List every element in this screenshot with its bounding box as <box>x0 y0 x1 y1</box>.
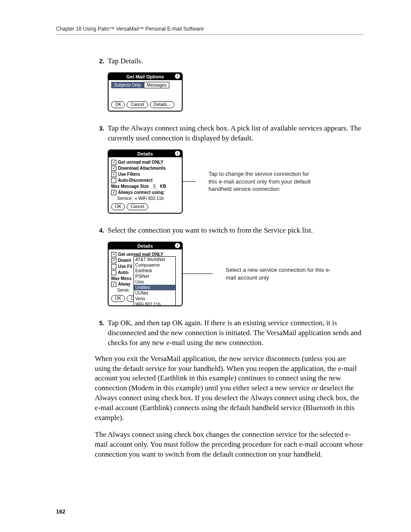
figure-details: Details i ✓Get unread mail ONLY ✓Downloa… <box>108 149 364 214</box>
checkbox-auto-disconnect[interactable] <box>111 270 116 275</box>
cancel-button[interactable]: Cancel <box>127 101 148 108</box>
ok-button[interactable]: OK <box>111 101 125 108</box>
cancel-button[interactable]: Cancel <box>127 203 148 210</box>
ok-button[interactable]: OK <box>111 203 125 210</box>
picklist-item[interactable]: PSINet <box>134 274 175 279</box>
ok-button[interactable]: OK <box>111 295 125 302</box>
checkbox-always-connect[interactable]: ✓ <box>111 282 116 287</box>
figure-details-picklist: Details i ✓Get unread mail ONLY ✓Downl U… <box>108 242 364 306</box>
page-number: 162 <box>56 508 65 515</box>
dialog-title-text: Get Mail Options <box>126 74 164 79</box>
picklist-item[interactable]: AT&T WorldNet <box>134 257 175 262</box>
label-kb: KB <box>160 184 166 189</box>
details-button[interactable]: Details... <box>150 101 174 108</box>
dialog-title: Details i <box>109 150 182 157</box>
label-download-attachments: Download Attachments <box>118 166 166 171</box>
callout-text: Tap to change the service connection for… <box>209 170 316 193</box>
info-icon[interactable]: i <box>175 74 180 79</box>
label-auto-disconnect: Auto-Disconnect <box>118 178 153 183</box>
checkbox-always-connect[interactable]: ✓ <box>111 190 116 195</box>
label-always-connect: Always connect using: <box>118 190 165 195</box>
step-number: 2. <box>95 56 104 66</box>
label-unread-only: Get unread mail ONLY <box>118 160 163 165</box>
info-icon[interactable]: i <box>175 243 180 248</box>
label-use-filters-partial: Use Fil <box>118 264 132 269</box>
dialog-title: Get Mail Options i <box>109 73 182 80</box>
checkbox-download-attachments[interactable]: ✓ <box>111 166 116 171</box>
palm-dialog-details: Details i ✓Get unread mail ONLY ✓Downloa… <box>108 149 183 214</box>
checkbox-unread-only[interactable]: ✓ <box>111 160 116 165</box>
checkbox-use-filters[interactable] <box>111 264 116 269</box>
label-always-partial: Alway <box>118 282 131 286</box>
picklist-item[interactable]: UUNet <box>134 290 175 296</box>
step-3: 3. Tap the Always connect using check bo… <box>95 124 364 143</box>
picklist-item-selected[interactable]: Untitled <box>134 285 175 290</box>
step-2: 2. Tap Details. <box>95 56 364 66</box>
callout-text: Select a new service connection for this… <box>226 266 333 281</box>
service-value: WiFi 802.11b <box>138 196 164 201</box>
dialog-title: Details i <box>109 243 182 249</box>
picklist-item[interactable]: Unix <box>134 279 175 285</box>
tab-messages[interactable]: Messages <box>144 82 170 88</box>
body-paragraph: The Always connect using check box chang… <box>95 430 364 460</box>
label-max-message-size: Max Message Size <box>111 184 149 189</box>
palm-dialog-get-mail: Get Mail Options i Subjects Only Message… <box>108 72 183 112</box>
picklist-item[interactable]: Verio <box>134 296 175 302</box>
step-text: Tap OK, and then tap OK again. If there … <box>108 318 364 348</box>
checkbox-download-attachments[interactable]: ✓ <box>111 258 116 263</box>
label-service: Service: <box>117 196 133 201</box>
label-service-partial: Servic <box>117 288 129 292</box>
picklist-item[interactable]: WiFi 802.11b <box>134 302 175 306</box>
checkbox-auto-disconnect[interactable] <box>111 178 116 183</box>
dialog-title-text: Details <box>137 243 153 249</box>
step-text: Tap the Always connect using check box. … <box>108 124 364 143</box>
step-number: 4. <box>95 226 104 236</box>
palm-dialog-details-open: Details i ✓Get unread mail ONLY ✓Downl U… <box>108 242 183 306</box>
picklist-item[interactable]: Earthlink <box>134 268 175 274</box>
tab-subjects-only[interactable]: Subjects Only <box>111 82 144 88</box>
info-icon[interactable]: i <box>175 151 180 156</box>
picklist-item[interactable]: Compuserve <box>134 262 175 268</box>
step-text: Select the connection you want to switch… <box>108 226 313 236</box>
figure-get-mail-options: Get Mail Options i Subjects Only Message… <box>108 72 364 112</box>
checkbox-unread-only[interactable]: ✓ <box>111 252 116 257</box>
label-max-partial: Max Mess <box>111 276 131 281</box>
step-4: 4. Select the connection you want to swi… <box>95 226 364 236</box>
step-number: 5. <box>95 318 104 348</box>
step-number: 3. <box>95 124 104 143</box>
label-download-partial: Downl <box>118 258 131 263</box>
step-text: Tap Details. <box>108 56 143 66</box>
running-header: Chapter 16 Using Palm™ VersaMail™ Person… <box>56 26 364 35</box>
label-auto-partial: Auto- <box>118 270 129 275</box>
checkbox-use-filters[interactable]: ✓ <box>111 172 116 177</box>
body-paragraph: When you exit the VersaMail application,… <box>95 354 364 423</box>
service-picklist[interactable]: WiFi 802.11b <box>134 196 164 201</box>
service-picklist-open[interactable]: AT&T WorldNet Compuserve Earthlink PSINe… <box>134 256 176 306</box>
step-5: 5. Tap OK, and then tap OK again. If the… <box>95 318 364 348</box>
dialog-title-text: Details <box>137 151 153 156</box>
max-message-size-value[interactable]: 5 <box>150 184 158 189</box>
label-use-filters: Use Filters <box>118 172 140 177</box>
callout-leader-line <box>183 274 213 274</box>
callout-leader-line <box>183 181 196 182</box>
